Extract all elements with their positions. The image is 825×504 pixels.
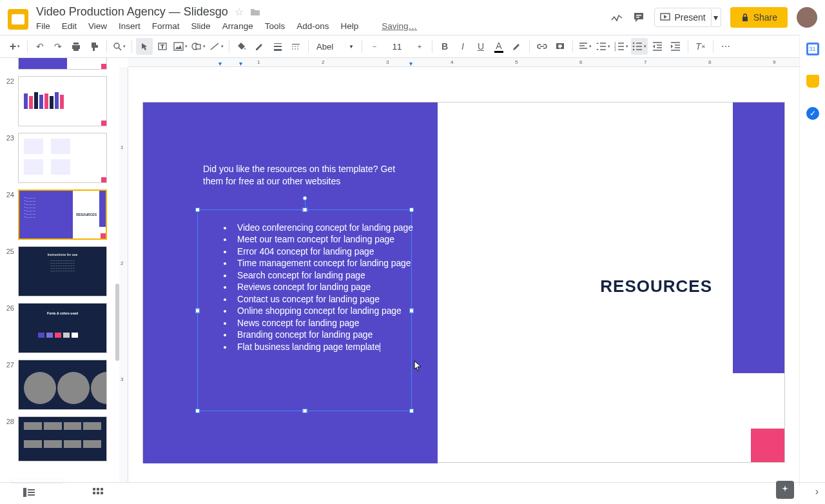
- menu-slide[interactable]: Slide: [191, 21, 211, 31]
- bullet-item[interactable]: Reviews concept for landing page: [233, 282, 413, 293]
- menu-tools[interactable]: Tools: [265, 21, 286, 31]
- calendar-icon[interactable]: 31: [806, 43, 819, 55]
- svg-rect-27: [101, 488, 103, 490]
- account-avatar[interactable]: [797, 7, 817, 28]
- star-icon[interactable]: ☆: [235, 6, 244, 18]
- canvas[interactable]: ▾ ▾ ▾ 123456789 123 RESOURCES Did you li…: [119, 58, 799, 482]
- slide-thumb-27[interactable]: [18, 360, 107, 410]
- bullet-item[interactable]: Flat business landing page template: [233, 342, 413, 353]
- font-size-input[interactable]: 11: [384, 42, 410, 52]
- indent-marker-icon[interactable]: ▾: [239, 60, 242, 67]
- slide-thumb-28[interactable]: [18, 416, 107, 461]
- bullet-item[interactable]: News concept for landing page: [233, 318, 413, 329]
- bullet-list[interactable]: Video conferencing concept for landing p…: [210, 222, 413, 353]
- resize-handle-nw[interactable]: [195, 208, 200, 212]
- menu-edit[interactable]: Edit: [62, 21, 77, 31]
- font-select[interactable]: Abel▼: [313, 42, 358, 52]
- align-button[interactable]: [577, 38, 594, 55]
- menu-insert[interactable]: Insert: [119, 21, 141, 31]
- comments-icon[interactable]: [632, 11, 645, 24]
- text-color-button[interactable]: A: [490, 38, 507, 55]
- indent-marker-icon[interactable]: ▾: [218, 60, 222, 67]
- resize-handle-s[interactable]: [302, 409, 307, 413]
- rotate-handle[interactable]: [302, 196, 307, 200]
- slide-thumb-24[interactable]: • — — —• — — —• — — —• — — —• — — —• — —…: [18, 189, 107, 240]
- move-folder-icon[interactable]: [250, 8, 260, 17]
- resize-handle-se[interactable]: [409, 409, 414, 413]
- filmstrip-view-icon[interactable]: [23, 488, 35, 499]
- paint-format-button[interactable]: [86, 38, 102, 55]
- saving-status[interactable]: Saving…: [382, 21, 417, 31]
- image-tool[interactable]: [172, 38, 189, 55]
- present-button[interactable]: Present: [654, 8, 711, 27]
- ruler-horizontal[interactable]: ▾ ▾ ▾ 123456789: [128, 58, 799, 67]
- menu-format[interactable]: Format: [152, 21, 180, 31]
- slide-thumb-25[interactable]: Instructions for use— — — — — — — — — ——…: [18, 246, 107, 296]
- menu-view[interactable]: View: [88, 21, 107, 31]
- border-weight-button[interactable]: [269, 38, 286, 55]
- grid-view-icon[interactable]: [93, 488, 104, 499]
- indent-dec-button[interactable]: [649, 38, 666, 55]
- slide-heading[interactable]: RESOURCES: [600, 276, 712, 296]
- resize-handle-n[interactable]: [302, 208, 307, 212]
- shape-tool[interactable]: [190, 38, 207, 55]
- zoom-button[interactable]: [111, 38, 128, 55]
- redo-button[interactable]: ↷: [50, 38, 66, 55]
- keep-icon[interactable]: [806, 75, 819, 88]
- undo-button[interactable]: ↶: [32, 38, 48, 55]
- new-slide-button[interactable]: +: [6, 38, 23, 55]
- clear-format-button[interactable]: T✕: [692, 38, 709, 55]
- slide-thumb-23[interactable]: [18, 133, 107, 183]
- border-dash-button[interactable]: [287, 38, 304, 55]
- menu-addons[interactable]: Add-ons: [296, 21, 329, 31]
- slide-thumb-21[interactable]: [18, 58, 107, 70]
- resize-handle-ne[interactable]: [409, 208, 414, 212]
- slide-intro-text[interactable]: Did you like the resources on this templ…: [203, 163, 406, 188]
- present-dropdown[interactable]: ▾: [711, 8, 721, 27]
- menu-file[interactable]: File: [36, 21, 50, 31]
- bullet-item[interactable]: Online shopping concept for landing page: [233, 305, 413, 317]
- bold-button[interactable]: B: [436, 38, 453, 55]
- link-button[interactable]: [534, 38, 550, 55]
- font-size-dec[interactable]: −: [366, 38, 383, 55]
- bullet-item[interactable]: Video conferencing concept for landing p…: [233, 222, 413, 234]
- line-tool[interactable]: [208, 38, 225, 55]
- bullet-item[interactable]: Error 404 concept for landing page: [233, 246, 413, 258]
- slide-thumb-22[interactable]: [18, 76, 107, 126]
- resize-handle-w[interactable]: [195, 308, 200, 313]
- filmstrip[interactable]: 22 23 24 • — — —• — — —• — — —• — — —• —…: [0, 58, 119, 483]
- font-name: Abel: [316, 42, 333, 52]
- underline-button[interactable]: U: [472, 38, 489, 55]
- explore-button[interactable]: [776, 481, 794, 499]
- activity-icon[interactable]: [610, 11, 623, 24]
- resize-handle-sw[interactable]: [195, 409, 200, 413]
- slide[interactable]: RESOURCES Did you like the resources on …: [142, 102, 785, 463]
- document-title[interactable]: Video Production Agency — Slidesgo: [36, 5, 228, 19]
- font-size-inc[interactable]: +: [411, 38, 428, 55]
- indent-marker-icon[interactable]: ▾: [409, 60, 412, 67]
- slide-thumb-26[interactable]: Fonts & colors used: [18, 303, 107, 353]
- bullet-item[interactable]: Time management concept for landing page: [233, 258, 413, 269]
- bullet-item[interactable]: Contact us concept for landing page: [233, 294, 413, 305]
- textbox-tool[interactable]: [154, 38, 171, 55]
- italic-button[interactable]: I: [454, 38, 471, 55]
- highlight-button[interactable]: [509, 38, 525, 55]
- menu-help[interactable]: Help: [340, 21, 358, 31]
- bullet-item[interactable]: Branding concept for landing page: [233, 329, 413, 341]
- share-button[interactable]: Share: [730, 7, 788, 28]
- select-tool[interactable]: [136, 38, 153, 55]
- ruler-vertical[interactable]: 123: [119, 67, 128, 482]
- fill-color-button[interactable]: [233, 38, 250, 55]
- comment-button[interactable]: [552, 38, 568, 55]
- bullet-item[interactable]: Search concept for landing page: [233, 270, 413, 282]
- bullet-item[interactable]: Meet our team concept for landing page: [233, 234, 413, 246]
- numbered-list-button[interactable]: 123: [613, 38, 630, 55]
- line-spacing-button[interactable]: [595, 38, 612, 55]
- more-tools-button[interactable]: ⋯: [717, 38, 734, 55]
- border-color-button[interactable]: [251, 38, 268, 55]
- print-button[interactable]: [68, 38, 84, 55]
- indent-inc-button[interactable]: [667, 38, 684, 55]
- tasks-icon[interactable]: ✓: [806, 107, 819, 120]
- menu-arrange[interactable]: Arrange: [222, 21, 253, 31]
- bulleted-list-button[interactable]: [631, 38, 648, 55]
